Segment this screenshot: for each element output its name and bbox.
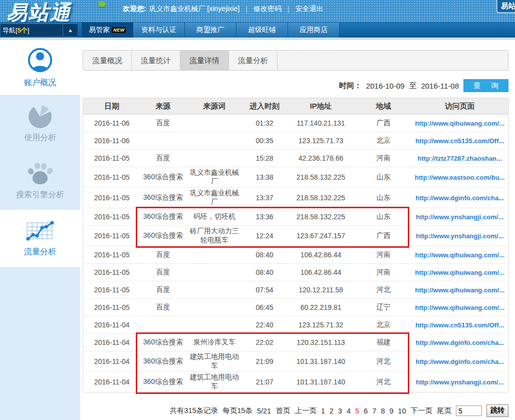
visit-page-link[interactable]: http://www.ynshangji.com/... xyxy=(416,378,503,386)
line-chart-icon xyxy=(25,220,56,242)
table-row: 2016-11-05百度15:2842.236.178.66河南http://t… xyxy=(83,150,509,167)
search-button[interactable]: 查 询 xyxy=(463,79,508,92)
main-nav-item[interactable]: 超级旺铺 xyxy=(236,23,288,38)
logout-link[interactable]: 安全退出 xyxy=(296,5,324,13)
welcome-bar: 欢迎您:巩义市鑫业机械厂 [xinyejixie]｜修改密码｜安全退出 xyxy=(123,5,324,14)
visit-page-link[interactable]: http://www.qihuiwang.com/... xyxy=(415,286,504,294)
table-row: 2016-11-06百度01:32117.140.21.131广西http://… xyxy=(83,115,509,132)
page-number[interactable]: 3 xyxy=(338,407,342,415)
page-number[interactable]: 7 xyxy=(372,407,376,415)
visit-page-link[interactable]: http://www.qihuiwang.com/... xyxy=(415,304,504,311)
user-icon xyxy=(27,47,53,73)
visit-page-link[interactable]: http://www.qihuiwang.com/... xyxy=(415,269,504,276)
table-row: 2016-11-05百度07:54120.12.211.58河北http://w… xyxy=(83,281,509,299)
page-number[interactable]: 1 xyxy=(321,407,325,415)
main-nav-item[interactable]: 商盟推广 xyxy=(185,23,236,38)
welcome-label: 欢迎您: xyxy=(123,5,146,13)
jump-page-input[interactable] xyxy=(456,405,482,416)
table-row: 2016-11-05360综合搜索砖厂用大动力三轮电瓶车12:24123.67.… xyxy=(83,226,509,246)
main-nav-item[interactable]: 应用商店 xyxy=(288,23,340,38)
visit-page-link[interactable]: http://tztz77287.zhaoshan... xyxy=(418,155,502,162)
quick-nav-label: 导航[5个] xyxy=(1,26,63,35)
table-column-header: 地域 xyxy=(356,98,411,115)
visit-page-link[interactable]: http://www.eastsoo.com/bu... xyxy=(415,174,504,181)
sidebar-item-search-engine-analysis[interactable]: 搜索引擎分析 xyxy=(0,153,80,210)
sidebar-item-label: 流量分析 xyxy=(24,247,56,257)
table-column-header: 来源词 xyxy=(186,98,243,115)
total-records: 共有315条记录 xyxy=(170,406,218,415)
visit-page-link[interactable]: http://www.cn5135.com/Off... xyxy=(415,321,504,329)
quick-nav-dropdown[interactable]: 导航[5个] ▲ xyxy=(0,24,78,37)
table-header-row: 日期来源来源词进入时刻IP地址地域访问页面 xyxy=(83,98,509,115)
visit-page-link[interactable]: http://www.cn5135.com/Off... xyxy=(415,137,504,145)
table-row: 2016-11-0600:35123.125.71.73北京http://www… xyxy=(83,132,509,150)
visit-page-link[interactable]: http://www.dginfo.com/cha... xyxy=(416,339,504,346)
visit-page-link[interactable]: http://www.ynshangji.com/... xyxy=(416,232,503,240)
main-nav-items: 易管家NEW资料与认证商盟推广超级旺铺应用商店 xyxy=(82,23,340,38)
change-password-link[interactable]: 修改密码 xyxy=(253,5,282,13)
corner-button[interactable]: 易站通 xyxy=(496,0,515,14)
page-number[interactable]: 8 xyxy=(381,407,385,415)
new-badge: NEW xyxy=(112,27,126,33)
table-column-header: 进入时刻 xyxy=(243,98,286,115)
sidebar-item-account-overview[interactable]: 账户概况 xyxy=(0,40,80,95)
content-tab[interactable]: 流量统计 xyxy=(132,51,180,70)
quick-nav-count: 5个 xyxy=(18,27,28,34)
table-column-header: 来源 xyxy=(141,98,186,115)
page-number[interactable]: 5 xyxy=(355,407,359,415)
table-column-header: 访问页面 xyxy=(411,98,509,115)
jump-button[interactable]: 跳转 xyxy=(486,404,508,417)
paw-icon xyxy=(27,162,53,185)
page-numbers: 12345678910 xyxy=(321,407,406,415)
next-page-link[interactable]: 下一页 xyxy=(411,406,433,415)
content-tab[interactable]: 流量详情 xyxy=(180,51,229,70)
visit-page-link[interactable]: http://www.ynshangji.com/... xyxy=(416,213,503,221)
table-row: 2016-11-05百度08:40106.42.86.44河南http://ww… xyxy=(83,246,509,264)
pagination: 共有315条记录 每页15条 5/21 首页 上一页 12345678910 下… xyxy=(83,404,508,417)
sidebar: 账户概况 使用分析 搜索引擎分析 xyxy=(0,40,80,420)
table-row: 2016-11-05百度06:4560.22.219.81辽宁http://ww… xyxy=(83,299,509,316)
page-number[interactable]: 9 xyxy=(389,407,393,415)
date-from-value[interactable]: 2016-10-09 xyxy=(366,82,405,90)
first-page-link[interactable]: 首页 xyxy=(276,406,290,415)
table-row: 2016-11-05百度08:40106.42.86.44河南http://ww… xyxy=(83,264,509,281)
table-row: 2016-11-05360综合搜索巩义市鑫业机械厂13:37218.58.132… xyxy=(83,188,509,208)
page-indicator: 5/21 xyxy=(257,407,271,415)
last-page-link[interactable]: 尾页 xyxy=(437,406,451,415)
table-column-header: 日期 xyxy=(83,98,141,115)
sidebar-filler xyxy=(0,267,80,420)
page-number[interactable]: 6 xyxy=(364,407,368,415)
table-row: 2016-11-04360综合搜索建筑工地用电动车21:07101.31.187… xyxy=(83,372,509,392)
content-tab[interactable]: 流量概况 xyxy=(83,51,132,70)
page-number[interactable]: 4 xyxy=(347,407,351,415)
page-number[interactable]: 2 xyxy=(330,407,334,415)
chevron-up-icon[interactable]: ▲ xyxy=(63,24,78,37)
traffic-table: 日期来源来源词进入时刻IP地址地域访问页面 2016-11-06百度01:321… xyxy=(83,98,509,392)
content-tabbar: 流量概况流量统计流量详情流量分析 xyxy=(83,50,508,71)
visit-page-link[interactable]: http://www.dginfo.com/cha... xyxy=(416,358,504,365)
table-row: 2016-11-05360综合搜索巩义市鑫业机械厂13:38218.58.132… xyxy=(83,167,509,188)
visit-page-link[interactable]: http://www.dginfo.com/cha... xyxy=(416,194,504,202)
table-row: 2016-11-05360综合搜索码坯，切坯机13:36218.58.132.2… xyxy=(83,208,509,226)
logo-accent-dot xyxy=(98,1,106,7)
main-nav-item[interactable]: 易管家NEW xyxy=(82,23,133,38)
table-column-header: IP地址 xyxy=(286,98,356,115)
page-number[interactable]: 10 xyxy=(398,407,406,415)
table-row: 2016-11-0422:40123.125.71.32北京http://www… xyxy=(83,316,509,334)
content-tab[interactable]: 流量分析 xyxy=(229,51,278,70)
main-navbar: 导航[5个] ▲ 易管家NEW资料与认证商盟推广超级旺铺应用商店 xyxy=(0,22,515,38)
sidebar-item-usage-analysis[interactable]: 使用分析 xyxy=(0,96,80,153)
main-nav-item[interactable]: 资料与认证 xyxy=(133,23,185,38)
traffic-table-wrap: 日期来源来源词进入时刻IP地址地域访问页面 2016-11-06百度01:321… xyxy=(83,98,508,392)
sidebar-group: 使用分析 搜索引擎分析 xyxy=(0,95,80,210)
topbar: 易站通 欢迎您:巩义市鑫业机械厂 [xinyejixie]｜修改密码｜安全退出 … xyxy=(0,0,515,22)
visit-page-link[interactable]: http://www.qihuiwang.com/... xyxy=(415,120,504,127)
date-to-label: 至 xyxy=(409,81,416,91)
pie-chart-icon xyxy=(29,105,52,128)
sidebar-item-traffic-analysis[interactable]: 流量分析 xyxy=(0,210,80,267)
date-to-value[interactable]: 2016-11-08 xyxy=(421,82,459,90)
screen: 易站通 欢迎您:巩义市鑫业机械厂 [xinyejixie]｜修改密码｜安全退出 … xyxy=(0,0,515,420)
date-filter: 时间： 2016-10-09 至 2016-11-08 查 询 xyxy=(83,79,508,93)
prev-page-link[interactable]: 上一页 xyxy=(295,406,317,415)
visit-page-link[interactable]: http://www.qihuiwang.com/... xyxy=(415,251,504,259)
